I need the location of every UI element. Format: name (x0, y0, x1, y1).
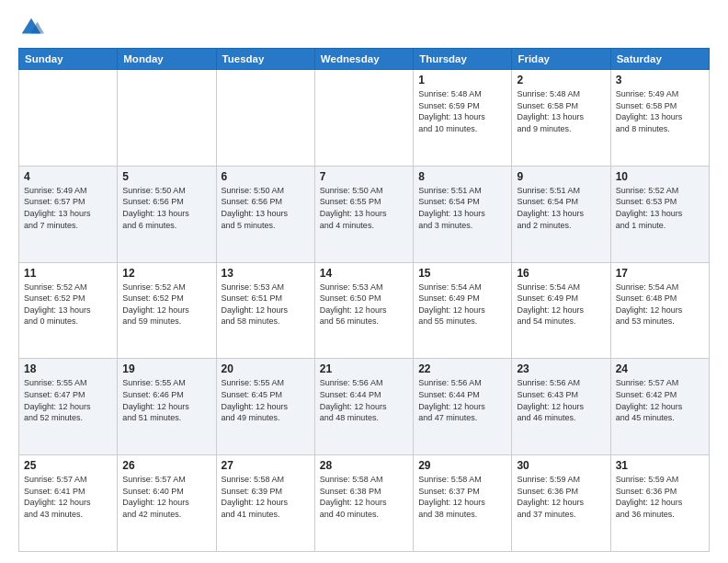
day-number: 5 (122, 170, 210, 183)
calendar-header-thursday: Thursday (414, 49, 512, 70)
day-number: 26 (122, 459, 210, 472)
calendar-cell: 25Sunrise: 5:57 AM Sunset: 6:41 PM Dayli… (19, 455, 118, 552)
day-info: Sunrise: 5:50 AM Sunset: 6:56 PM Dayligh… (222, 185, 310, 231)
calendar-cell: 19Sunrise: 5:55 AM Sunset: 6:46 PM Dayli… (118, 359, 216, 455)
calendar-cell: 20Sunrise: 5:55 AM Sunset: 6:45 PM Dayli… (216, 359, 314, 455)
day-number: 10 (616, 170, 704, 183)
day-info: Sunrise: 5:49 AM Sunset: 6:58 PM Dayligh… (616, 88, 704, 134)
day-number: 13 (222, 267, 310, 280)
day-info: Sunrise: 5:57 AM Sunset: 6:42 PM Dayligh… (616, 377, 704, 423)
day-number: 19 (122, 362, 210, 375)
logo (18, 15, 48, 40)
day-info: Sunrise: 5:49 AM Sunset: 6:57 PM Dayligh… (24, 185, 112, 231)
day-number: 18 (24, 362, 112, 375)
day-number: 23 (517, 362, 605, 375)
day-info: Sunrise: 5:48 AM Sunset: 6:58 PM Dayligh… (517, 88, 605, 134)
calendar-cell: 14Sunrise: 5:53 AM Sunset: 6:50 PM Dayli… (314, 262, 413, 359)
day-number: 22 (418, 362, 506, 375)
calendar-cell: 5Sunrise: 5:50 AM Sunset: 6:56 PM Daylig… (118, 166, 216, 262)
calendar-week-2: 4Sunrise: 5:49 AM Sunset: 6:57 PM Daylig… (19, 166, 710, 262)
day-number: 25 (24, 459, 112, 472)
day-number: 3 (616, 74, 704, 86)
day-number: 11 (24, 267, 112, 280)
day-number: 12 (122, 267, 210, 280)
calendar-header-friday: Friday (512, 49, 610, 70)
day-info: Sunrise: 5:54 AM Sunset: 6:48 PM Dayligh… (616, 282, 704, 327)
calendar-header-saturday: Saturday (610, 49, 709, 70)
calendar-header-tuesday: Tuesday (216, 49, 314, 70)
calendar-cell: 26Sunrise: 5:57 AM Sunset: 6:40 PM Dayli… (118, 455, 216, 552)
day-info: Sunrise: 5:51 AM Sunset: 6:54 PM Dayligh… (517, 185, 605, 231)
day-info: Sunrise: 5:56 AM Sunset: 6:44 PM Dayligh… (320, 377, 408, 423)
calendar-cell: 6Sunrise: 5:50 AM Sunset: 6:56 PM Daylig… (216, 166, 314, 262)
day-info: Sunrise: 5:52 AM Sunset: 6:52 PM Dayligh… (24, 282, 112, 327)
day-number: 6 (222, 170, 310, 183)
calendar-cell: 28Sunrise: 5:58 AM Sunset: 6:38 PM Dayli… (314, 455, 413, 552)
day-info: Sunrise: 5:57 AM Sunset: 6:40 PM Dayligh… (122, 474, 210, 520)
calendar-cell: 16Sunrise: 5:54 AM Sunset: 6:49 PM Dayli… (512, 262, 610, 359)
day-info: Sunrise: 5:59 AM Sunset: 6:36 PM Dayligh… (616, 474, 704, 520)
day-info: Sunrise: 5:52 AM Sunset: 6:52 PM Dayligh… (122, 282, 210, 327)
day-info: Sunrise: 5:55 AM Sunset: 6:45 PM Dayligh… (222, 377, 310, 423)
calendar-cell: 11Sunrise: 5:52 AM Sunset: 6:52 PM Dayli… (19, 262, 118, 359)
calendar-cell: 29Sunrise: 5:58 AM Sunset: 6:37 PM Dayli… (414, 455, 512, 552)
calendar-table: SundayMondayTuesdayWednesdayThursdayFrid… (18, 48, 710, 552)
day-info: Sunrise: 5:50 AM Sunset: 6:55 PM Dayligh… (320, 185, 408, 231)
day-info: Sunrise: 5:57 AM Sunset: 6:41 PM Dayligh… (24, 474, 112, 520)
calendar-cell (216, 70, 314, 167)
day-number: 20 (222, 362, 310, 375)
calendar-cell: 4Sunrise: 5:49 AM Sunset: 6:57 PM Daylig… (19, 166, 118, 262)
day-info: Sunrise: 5:48 AM Sunset: 6:59 PM Dayligh… (418, 88, 506, 134)
day-number: 15 (418, 267, 506, 280)
day-info: Sunrise: 5:55 AM Sunset: 6:46 PM Dayligh… (122, 377, 210, 423)
day-number: 8 (418, 170, 506, 183)
calendar-header-wednesday: Wednesday (314, 49, 413, 70)
calendar-cell (314, 70, 413, 167)
day-number: 31 (616, 459, 704, 472)
calendar-week-1: 1Sunrise: 5:48 AM Sunset: 6:59 PM Daylig… (19, 70, 710, 167)
calendar-cell: 23Sunrise: 5:56 AM Sunset: 6:43 PM Dayli… (512, 359, 610, 455)
calendar-week-4: 18Sunrise: 5:55 AM Sunset: 6:47 PM Dayli… (19, 359, 710, 455)
calendar-cell: 10Sunrise: 5:52 AM Sunset: 6:53 PM Dayli… (610, 166, 709, 262)
calendar-cell: 30Sunrise: 5:59 AM Sunset: 6:36 PM Dayli… (512, 455, 610, 552)
day-info: Sunrise: 5:51 AM Sunset: 6:54 PM Dayligh… (418, 185, 506, 231)
calendar-cell: 15Sunrise: 5:54 AM Sunset: 6:49 PM Dayli… (414, 262, 512, 359)
day-info: Sunrise: 5:53 AM Sunset: 6:50 PM Dayligh… (320, 282, 408, 327)
calendar-cell: 21Sunrise: 5:56 AM Sunset: 6:44 PM Dayli… (314, 359, 413, 455)
day-info: Sunrise: 5:58 AM Sunset: 6:37 PM Dayligh… (418, 474, 506, 520)
calendar-cell: 27Sunrise: 5:58 AM Sunset: 6:39 PM Dayli… (216, 455, 314, 552)
calendar-cell: 8Sunrise: 5:51 AM Sunset: 6:54 PM Daylig… (414, 166, 512, 262)
calendar-cell: 7Sunrise: 5:50 AM Sunset: 6:55 PM Daylig… (314, 166, 413, 262)
calendar-cell: 17Sunrise: 5:54 AM Sunset: 6:48 PM Dayli… (610, 262, 709, 359)
day-number: 17 (616, 267, 704, 280)
calendar-header-row: SundayMondayTuesdayWednesdayThursdayFrid… (19, 49, 710, 70)
calendar-cell (19, 70, 118, 167)
calendar-header-monday: Monday (118, 49, 216, 70)
calendar-cell: 9Sunrise: 5:51 AM Sunset: 6:54 PM Daylig… (512, 166, 610, 262)
day-number: 27 (222, 459, 310, 472)
calendar-cell: 1Sunrise: 5:48 AM Sunset: 6:59 PM Daylig… (414, 70, 512, 167)
calendar-cell: 2Sunrise: 5:48 AM Sunset: 6:58 PM Daylig… (512, 70, 610, 167)
calendar-cell: 22Sunrise: 5:56 AM Sunset: 6:44 PM Dayli… (414, 359, 512, 455)
day-number: 16 (517, 267, 605, 280)
calendar-cell (118, 70, 216, 167)
day-number: 14 (320, 267, 408, 280)
day-info: Sunrise: 5:56 AM Sunset: 6:43 PM Dayligh… (517, 377, 605, 423)
calendar-cell: 12Sunrise: 5:52 AM Sunset: 6:52 PM Dayli… (118, 262, 216, 359)
day-number: 4 (24, 170, 112, 183)
logo-icon (18, 15, 44, 40)
day-info: Sunrise: 5:52 AM Sunset: 6:53 PM Dayligh… (616, 185, 704, 231)
day-info: Sunrise: 5:58 AM Sunset: 6:38 PM Dayligh… (320, 474, 408, 520)
day-info: Sunrise: 5:54 AM Sunset: 6:49 PM Dayligh… (517, 282, 605, 327)
day-number: 7 (320, 170, 408, 183)
day-number: 21 (320, 362, 408, 375)
calendar-header-sunday: Sunday (19, 49, 118, 70)
calendar-cell: 18Sunrise: 5:55 AM Sunset: 6:47 PM Dayli… (19, 359, 118, 455)
day-number: 30 (517, 459, 605, 472)
calendar-cell: 13Sunrise: 5:53 AM Sunset: 6:51 PM Dayli… (216, 262, 314, 359)
day-info: Sunrise: 5:59 AM Sunset: 6:36 PM Dayligh… (517, 474, 605, 520)
day-number: 1 (418, 74, 506, 86)
calendar-week-5: 25Sunrise: 5:57 AM Sunset: 6:41 PM Dayli… (19, 455, 710, 552)
day-info: Sunrise: 5:56 AM Sunset: 6:44 PM Dayligh… (418, 377, 506, 423)
calendar-week-3: 11Sunrise: 5:52 AM Sunset: 6:52 PM Dayli… (19, 262, 710, 359)
